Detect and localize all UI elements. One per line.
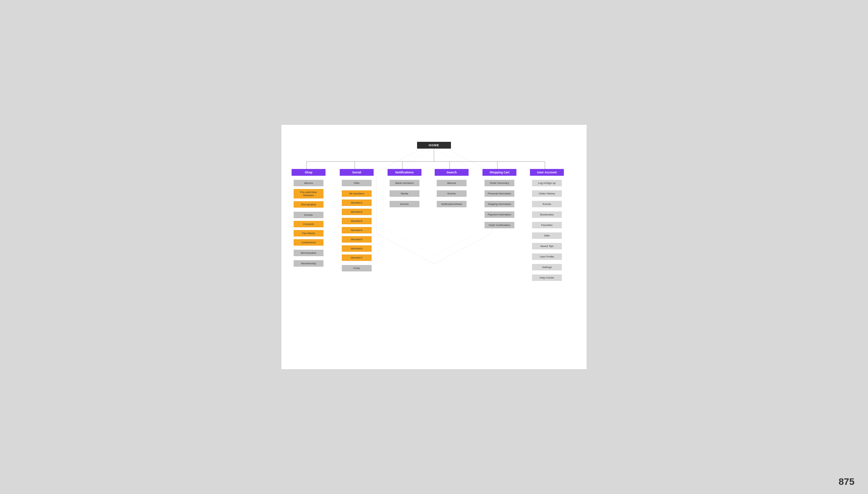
shop-events[interactable]: Events	[294, 212, 323, 218]
search-header[interactable]: Search	[435, 169, 469, 176]
social-all-members[interactable]: All members	[342, 190, 372, 197]
home-node[interactable]: HOME	[417, 142, 451, 149]
ua-favorites[interactable]: Favorites	[532, 222, 562, 228]
cart-order-confirm[interactable]: Order Confirmation	[485, 222, 514, 228]
search-events[interactable]: Events	[437, 190, 467, 197]
ua-events[interactable]: Events	[532, 201, 562, 207]
notif-media[interactable]: Media	[390, 190, 419, 197]
col-user-account: User Account Log in/Sign up Order Histor…	[530, 169, 564, 281]
search-notif-news[interactable]: Notifications/News	[437, 201, 467, 207]
ua-login[interactable]: Log in/Sign up	[532, 180, 562, 186]
ua-help-center[interactable]: Help Center	[532, 274, 562, 281]
ua-saved-tips[interactable]: Saved Tips	[532, 243, 562, 249]
notif-events[interactable]: Events	[390, 201, 419, 207]
social-header[interactable]: Social	[340, 169, 374, 176]
ua-order-history[interactable]: Order History	[532, 190, 562, 197]
social-member6[interactable]: Member6	[342, 245, 372, 252]
shop-livestreams[interactable]: Livestreams	[294, 239, 323, 246]
shop-fanmeets[interactable]: Fan Meets	[294, 230, 323, 236]
ua-dms[interactable]: DMs	[532, 232, 562, 239]
col-notifications: Notifications Band members Media Events	[388, 169, 421, 207]
ua-user-profile[interactable]: User Profile	[532, 253, 562, 260]
cart-shipping-info[interactable]: Shipping Information	[485, 201, 514, 207]
social-member5[interactable]: Member5	[342, 236, 372, 243]
user-account-header[interactable]: User Account	[530, 169, 564, 176]
col-search: Search Albums Events Notifications/News	[435, 169, 469, 207]
shop-concerts[interactable]: Concerts	[294, 221, 323, 227]
social-member2[interactable]: Member2	[342, 209, 372, 215]
social-member3[interactable]: Member3	[342, 218, 372, 224]
col-shop: Shop Albums Pre-order/New Releases Disco…	[292, 169, 326, 267]
cart-payment-info[interactable]: Payment Information	[485, 211, 514, 218]
social-dms[interactable]: DMs	[342, 180, 372, 186]
cart-order-summary[interactable]: Order Summary	[485, 180, 514, 186]
shop-discography[interactable]: Discography	[294, 201, 323, 208]
watermark-number: 875	[839, 476, 854, 487]
col-social: Social DMs All members Member1 Member2 M…	[340, 169, 374, 271]
notif-band[interactable]: Band members	[390, 180, 419, 186]
shop-header[interactable]: Shop	[292, 169, 326, 176]
social-member7[interactable]: Member7	[342, 254, 372, 261]
ua-bookmarks[interactable]: Bookmarks	[532, 211, 562, 218]
social-member1[interactable]: Member1	[342, 200, 372, 206]
social-member4[interactable]: Member4	[342, 227, 372, 233]
shop-membership[interactable]: Membership	[294, 260, 323, 267]
search-albums[interactable]: Albums	[437, 180, 467, 186]
cart-personal-info[interactable]: Personal Information	[485, 190, 514, 197]
ua-settings[interactable]: Settings	[532, 264, 562, 270]
shop-albums[interactable]: Albums	[294, 180, 323, 186]
social-posts[interactable]: Posts	[342, 265, 372, 271]
notifications-header[interactable]: Notifications	[388, 169, 421, 176]
shopping-cart-header[interactable]: Shopping Cart	[482, 169, 516, 176]
shop-preorder[interactable]: Pre-order/New Releases	[294, 189, 323, 198]
col-shopping-cart: Shopping Cart Order Summary Personal Inf…	[482, 169, 516, 228]
shop-merchandise[interactable]: Merchandise	[294, 250, 323, 256]
